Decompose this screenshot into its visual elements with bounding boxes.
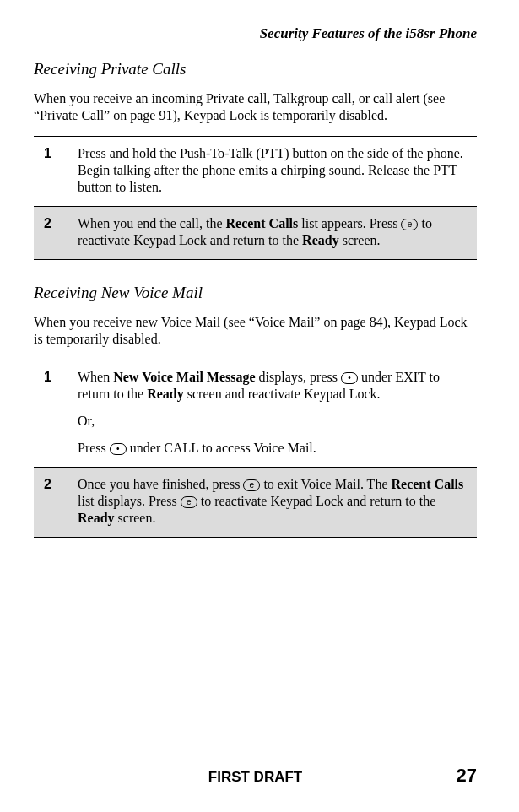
page-footer: FIRST DRAFT 27 <box>34 765 477 787</box>
step-text-part: When you end the call, the <box>78 216 226 230</box>
steps-table-voicemail: 1 When New Voice Mail Message displays, … <box>34 360 477 538</box>
step-text-bold: Ready <box>147 387 184 401</box>
section-heading-private-calls: Receiving Private Calls <box>34 60 477 78</box>
step-text: Press and hold the Push-To-Talk (PTT) bu… <box>68 137 477 207</box>
step-text-bold: Ready <box>302 233 339 247</box>
step-number: 2 <box>34 468 68 538</box>
step-text-bold: New Voice Mail Message <box>113 370 255 384</box>
end-key-icon: e <box>181 496 197 508</box>
step-text-part: screen and reactivate Keypad Lock. <box>184 387 381 401</box>
footer-page-number: 27 <box>329 765 477 787</box>
step-text-part: list appears. Press <box>298 216 401 230</box>
table-row: 2 Once you have finished, press e to exi… <box>34 468 477 538</box>
section1-intro: When you receive an incoming Private cal… <box>34 90 477 124</box>
step-text-part: under CALL to access Voice Mail. <box>127 441 316 455</box>
softkey-icon: • <box>110 443 127 455</box>
page-header-title: Security Features of the i58sr Phone <box>34 25 477 42</box>
table-row: 1 Press and hold the Push-To-Talk (PTT) … <box>34 137 477 207</box>
table-row: 2 When you end the call, the Recent Call… <box>34 207 477 260</box>
step-text-part: to reactivate Keypad Lock and return to … <box>197 494 436 508</box>
step-number: 1 <box>34 137 68 207</box>
step-text-part: Once you have finished, press <box>78 477 243 491</box>
step-text: When New Voice Mail Message displays, pr… <box>68 360 477 468</box>
step-text-part: displays, press <box>256 370 341 384</box>
softkey-icon: • <box>341 372 358 384</box>
step-text-part: screen. <box>339 233 381 247</box>
steps-table-private-calls: 1 Press and hold the Push-To-Talk (PTT) … <box>34 136 477 260</box>
step-text-part: screen. <box>115 511 156 525</box>
step-text: When you end the call, the Recent Calls … <box>68 207 477 260</box>
step-text-or: Or, <box>78 413 467 430</box>
step-text-bold: Ready <box>78 511 115 525</box>
end-key-icon: e <box>401 219 418 230</box>
step-text-alt: Press • under CALL to access Voice Mail. <box>78 440 467 457</box>
footer-draft-label: FIRST DRAFT <box>181 769 329 786</box>
table-row: 1 When New Voice Mail Message displays, … <box>34 360 477 468</box>
end-key-icon: e <box>243 479 260 491</box>
step-text-part: list displays. Press <box>78 494 181 508</box>
header-rule <box>34 46 477 46</box>
section-heading-voicemail: Receiving New Voice Mail <box>34 284 477 302</box>
step-text-part: Press <box>78 441 110 455</box>
step-text-part: to exit Voice Mail. The <box>260 477 391 491</box>
step-text: Once you have finished, press e to exit … <box>68 468 477 538</box>
section2-intro: When you receive new Voice Mail (see “Vo… <box>34 314 477 348</box>
step-text-bold: Recent Calls <box>226 216 299 230</box>
step-number: 1 <box>34 360 68 468</box>
step-number: 2 <box>34 207 68 260</box>
step-text-bold: Recent Calls <box>391 477 463 491</box>
step-text-part: When <box>78 370 113 384</box>
